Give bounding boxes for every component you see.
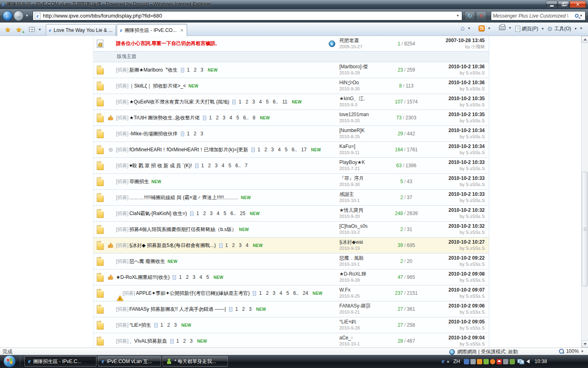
page-link[interactable]: 3: [193, 274, 196, 280]
page-link[interactable]: 1: [187, 131, 190, 137]
tab-close-icon[interactable]: ✕: [180, 28, 184, 33]
thread-title[interactable]: ♥殺 戮 眾 招 收 新 成 員 `(K)!: [129, 162, 192, 169]
thread-title[interactable]: ★D-RoXL團重組!!!(收生): [116, 274, 169, 281]
last-post-date[interactable]: 2010-10-2 09:04: [424, 335, 485, 341]
thread-author[interactable]: [C]haOs_s0s: [339, 223, 388, 229]
add-favorite-button[interactable]: ★+: [14, 25, 24, 34]
last-post-date[interactable]: 2010-10-2 10:33: [424, 159, 485, 166]
thread-title[interactable]: 招募4個人陪我系國慶假期打信長豬豬絲（b.s版）: [129, 226, 237, 233]
page-link[interactable]: 1: [179, 274, 182, 280]
page-link[interactable]: 6..: [273, 99, 278, 105]
thread-title[interactable]: ﹏﹏﹏!!!!!補團前線組 與 (霸×道♂ 齊送上!!!!!﹏﹏﹏: [129, 194, 238, 201]
home-button[interactable]: ⌂▼: [461, 25, 471, 31]
page-link[interactable]: 2: [264, 147, 267, 153]
page-link[interactable]: 1: [176, 338, 179, 344]
page-link[interactable]: 2: [203, 211, 206, 216]
page-link[interactable]: 2: [216, 115, 219, 121]
last-post-date[interactable]: 2010-10-2 10:33: [424, 175, 485, 182]
last-post-author[interactable]: by S.sSSs.S: [424, 118, 485, 124]
page-link[interactable]: 3: [239, 242, 242, 248]
page-link[interactable]: 5: [223, 211, 226, 216]
announcement-title[interactable]: 請各位小心言詞,尊重一下自己切勿再粗言穢語,: [116, 40, 217, 47]
thread-author[interactable]: [NumbeR]K: [339, 128, 388, 134]
page-link[interactable]: 4: [229, 115, 232, 121]
page-menu-button[interactable]: 網頁(P)▼: [515, 25, 544, 32]
page-link[interactable]: 6..: [293, 290, 298, 296]
last-post-author[interactable]: by S.sSSs.S: [424, 182, 485, 188]
page-link[interactable]: 3: [200, 67, 203, 73]
page-link[interactable]: 4: [280, 290, 283, 296]
page-link[interactable]: 5: [266, 99, 269, 105]
scrollbar-thumb[interactable]: [582, 172, 588, 286]
url-text[interactable]: http://www.ipve.com/bbs/forumdisplay.php…: [43, 13, 455, 19]
last-post-author[interactable]: by S.sSSs.S: [424, 229, 485, 236]
last-post-date[interactable]: 2010-10-2 10:35: [424, 112, 485, 118]
page-link[interactable]: 3: [252, 99, 255, 105]
tab-love-the-way[interactable]: e Love The Way You Lie & ...: [46, 24, 116, 36]
last-post-author[interactable]: by S.sSSs.S: [424, 341, 485, 347]
forward-button[interactable]: →: [13, 11, 24, 21]
thread-title[interactable]: ｜SkilLζ｜ 招收影片佬>_<: [129, 83, 186, 90]
thread-title[interactable]: §冰封◆ 招募新血5名(每日都會有團戰...): [129, 242, 216, 249]
last-post-author[interactable]: by S.sSSs.S: [424, 150, 485, 156]
thread-author[interactable]: ★kinG、江.: [339, 96, 388, 102]
thread-author[interactable]: 感謝主: [339, 191, 388, 197]
last-post-author[interactable]: by S.sSSs.S: [424, 166, 485, 172]
page-link[interactable]: 7: [245, 163, 248, 168]
more-commands-button[interactable]: »: [580, 25, 582, 30]
last-post-date[interactable]: 2010-10-2 10:34: [424, 144, 485, 150]
page-link[interactable]: 11: [282, 99, 287, 105]
thread-author[interactable]: FANtASy-羅莎: [339, 303, 388, 309]
announcement-last-by[interactable]: by 小飛豬: [424, 44, 485, 50]
volume-tray-icon[interactable]: [526, 359, 530, 364]
page-link[interactable]: 2: [183, 338, 186, 344]
thread-author[interactable]: §冰封◆wai: [339, 239, 388, 245]
vertical-scrollbar[interactable]: [581, 36, 588, 348]
tab-list-dropdown[interactable]: ▼: [37, 25, 42, 34]
last-post-date[interactable]: 2010-10-2 10:27: [424, 239, 485, 245]
page-link[interactable]: 3: [223, 115, 225, 121]
close-button[interactable]: ✕: [570, 1, 586, 8]
thread-title[interactable]: 新團★Marlboro〝收生: [129, 67, 178, 74]
last-post-date[interactable]: 2010-10-2 09:06: [424, 303, 485, 309]
last-post-date[interactable]: 2010-10-2 09:22: [424, 255, 485, 261]
last-post-date[interactable]: 2010-10-2 09:08: [424, 271, 485, 277]
refresh-button[interactable]: ↻: [465, 11, 475, 20]
thread-title[interactable]: APPLE✦季節✦公開招新仔(考官已轉)(緣缺是主考官): [136, 290, 250, 297]
last-post-author[interactable]: by S.sSSs.S: [424, 86, 485, 92]
update-check-tray-icon[interactable]: [510, 359, 515, 364]
thread-author[interactable]: W.Fx: [339, 287, 388, 293]
history-dropdown-icon[interactable]: ▼: [25, 14, 29, 18]
thread-author[interactable]: love1201man: [339, 112, 388, 118]
last-post-author[interactable]: by S.sSSs.S: [424, 70, 485, 76]
scroll-up-button[interactable]: [581, 36, 588, 43]
page-link[interactable]: 2: [208, 163, 211, 168]
page-link[interactable]: 3: [210, 211, 213, 216]
last-post-author[interactable]: by S.sSSs.S: [424, 102, 485, 108]
page-link[interactable]: 3: [249, 306, 252, 312]
thread-title[interactable]: ★TrUtH 團強勢收生..急收整片佬: [129, 114, 200, 121]
thread-title[interactable]: 惡へ魔 廢團收生: [129, 258, 165, 265]
thread-author[interactable]: KaFu=]: [339, 144, 388, 150]
last-post-date[interactable]: 2010-10-2 10:32: [424, 207, 485, 213]
language-indicator[interactable]: ZH: [453, 359, 460, 364]
page-link[interactable]: 2: [242, 306, 245, 312]
thread-title[interactable]: ClaN霸氣-[RaKioN] 收生=): [129, 210, 187, 217]
page-link[interactable]: 2: [266, 290, 269, 296]
page-link[interactable]: 3: [174, 322, 177, 328]
thread-author[interactable]: PlayBoy★K: [339, 159, 388, 166]
thread-author[interactable]: 『罪』序月: [339, 175, 388, 182]
page-link[interactable]: 8: [253, 115, 256, 121]
page-link[interactable]: 6..: [230, 211, 236, 216]
messenger-plus-tray-icon[interactable]: [470, 359, 476, 364]
taskbar-button-ipve[interactable]: e IPvE.COM vLan 互...: [98, 356, 161, 367]
last-post-date[interactable]: 2010-10-2 10:34: [424, 128, 485, 134]
announcement-author[interactable]: 死肥老蕭: [339, 38, 388, 44]
page-link[interactable]: 4: [200, 274, 203, 280]
taskbar-button-messenger[interactable]: * 每天都單身走我...: [163, 356, 228, 367]
avira-umbrella-tray-icon[interactable]: [497, 359, 502, 364]
page-link[interactable]: 1: [160, 322, 163, 328]
page-link[interactable]: 5: [229, 163, 232, 168]
last-post-date[interactable]: 2010-10-2 09:05: [424, 319, 485, 325]
quick-tabs-button[interactable]: [28, 25, 36, 34]
